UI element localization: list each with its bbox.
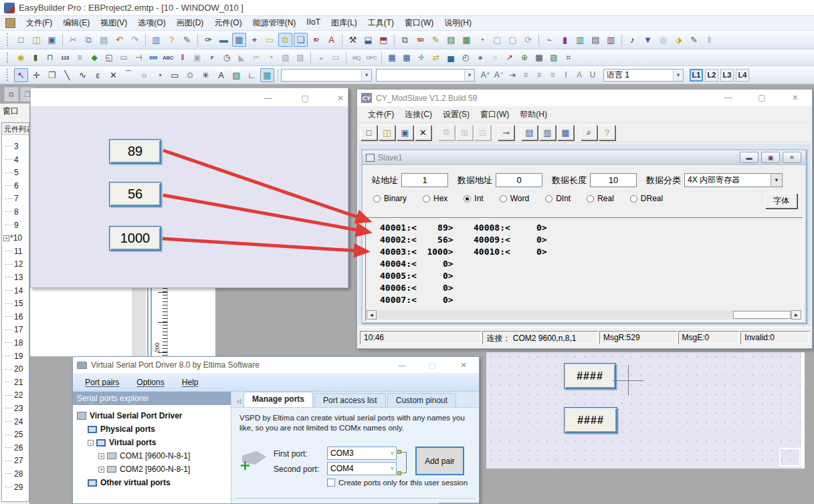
preview-icon[interactable]: ◔	[475, 33, 489, 47]
disconnect-off-icon[interactable]: ⊞	[456, 125, 473, 140]
indent-icon[interactable]: ⇥	[506, 68, 519, 82]
restore-icon[interactable]: ▣	[761, 152, 780, 163]
window-copy-icon[interactable]: ⧉	[4, 87, 19, 102]
display-123-icon[interactable]: ▦	[385, 51, 399, 64]
text-tool-icon[interactable]: A	[214, 68, 228, 82]
data-address-input[interactable]	[496, 173, 542, 187]
close-icon[interactable]: ✕	[453, 360, 474, 370]
window-tree-item-11[interactable]: 11	[2, 247, 29, 257]
modslave-menu-文件(F)[interactable]: 文件(F)	[363, 108, 399, 122]
window-tree-item-10[interactable]: +*10	[2, 233, 29, 243]
station-address-input[interactable]	[401, 173, 448, 187]
window-tree-item-25[interactable]: 25	[2, 430, 29, 440]
traffic-light-icon[interactable]: ▮	[29, 51, 42, 64]
cascade-icon[interactable]: ▤	[521, 125, 538, 140]
duplicate-icon[interactable]: ⧉	[398, 33, 412, 47]
toolbar-grip[interactable]	[7, 69, 9, 81]
tab-scroll-left-icon[interactable]: ◁	[234, 395, 243, 407]
radio-real[interactable]: Real	[587, 194, 614, 203]
language-button-L4[interactable]: L4	[736, 69, 749, 82]
font-attr-icon[interactable]: A	[324, 33, 338, 47]
grid-hash-icon[interactable]: ⌗	[562, 51, 575, 64]
save-icon[interactable]: ▣	[397, 125, 413, 140]
layers-icon[interactable]: ⧉	[278, 33, 292, 47]
radio-word[interactable]: Word	[500, 194, 529, 203]
tab-custom-pinout[interactable]: Custom pinout	[387, 393, 456, 407]
ramp-icon[interactable]: ◣	[235, 51, 248, 64]
hatch2-icon[interactable]: ▨	[294, 51, 307, 64]
circle-icon[interactable]: ○	[488, 51, 502, 64]
language-button-L1[interactable]: L1	[690, 69, 703, 82]
sim-value-display-1000[interactable]: 1000	[109, 226, 161, 251]
redo-icon[interactable]: ↷	[128, 33, 142, 47]
barcode-icon[interactable]: ‖	[176, 51, 189, 64]
help-icon[interactable]: ?	[599, 125, 615, 140]
ruler-icon[interactable]: ▬	[217, 33, 231, 47]
gauge-icon[interactable]: ◒	[314, 51, 328, 64]
radio-hex[interactable]: Hex	[423, 194, 447, 203]
modslave-menu-窗口(W)[interactable]: 窗口(W)	[475, 108, 514, 122]
line-tool-icon[interactable]: ╲	[60, 68, 74, 82]
data-table-icon[interactable]: ▦	[460, 33, 474, 47]
add-pair-button[interactable]: Add pair	[415, 447, 464, 475]
expand-plus-icon[interactable]: +	[3, 235, 9, 241]
cabinet-icon[interactable]: ▥	[604, 33, 618, 47]
window-tree-item-23[interactable]: 23	[2, 404, 29, 414]
upload-hmi-icon[interactable]: ⬒	[377, 33, 391, 47]
second-port-combo[interactable]: COM4˅	[327, 462, 397, 475]
comment-icon[interactable]: ❏	[294, 33, 308, 47]
maximize-icon[interactable]: ▢	[752, 92, 772, 103]
pen-tool-icon[interactable]: ✑	[201, 33, 215, 47]
pie-tool-icon[interactable]: ◔	[152, 68, 167, 82]
font-button[interactable]: 字体	[765, 193, 797, 209]
vspd-menu-help[interactable]: Help	[177, 376, 204, 388]
picture-icon[interactable]: ▨	[547, 51, 561, 64]
tree-item-physical-ports[interactable]: Physical ports	[88, 422, 155, 436]
language-button-L2[interactable]: L2	[705, 69, 718, 82]
scissors2-icon[interactable]: ✂	[249, 51, 263, 64]
panel-icon[interactable]: ▭	[329, 51, 342, 64]
tags-icon[interactable]: ⬗	[672, 33, 686, 47]
find-icon[interactable]: ⌕	[581, 125, 597, 140]
close-icon[interactable]: ✕	[783, 152, 801, 163]
polyline-tool-icon[interactable]: ∿	[76, 68, 90, 82]
corner-tool-icon[interactable]: ∟	[245, 68, 259, 82]
session-checkbox[interactable]	[327, 479, 335, 487]
tree-item-virtual-ports[interactable]: -Virtual ports	[88, 436, 156, 449]
delete-icon[interactable]: ✕	[415, 125, 431, 140]
language-button-L3[interactable]: L3	[720, 69, 734, 82]
edit-macro-icon[interactable]: ✎	[429, 33, 443, 47]
menu-item-说明(H)[interactable]: 说明(H)	[439, 16, 477, 30]
minimize-icon[interactable]: —	[258, 92, 278, 104]
window-tree-item-5[interactable]: 5	[2, 168, 29, 178]
tab-port-access-list[interactable]: Port access list	[314, 393, 386, 407]
new-file-icon[interactable]: □	[14, 33, 28, 47]
first-port-combo[interactable]: COM3˅	[327, 447, 397, 460]
build-icon[interactable]: ⚒	[346, 33, 360, 47]
minimize-icon[interactable]: —	[392, 360, 412, 370]
sim-value-display-89[interactable]: 89	[109, 139, 161, 164]
select-object-icon[interactable]: ◱	[102, 51, 116, 64]
tab-manage-ports[interactable]: Manage ports	[243, 392, 313, 407]
element-id-icon[interactable]: ID	[309, 33, 323, 47]
vspd-menu-options[interactable]: Options	[131, 376, 169, 388]
numeric-display-element-2[interactable]: ####	[564, 407, 617, 433]
menu-item-编辑(E)[interactable]: 编辑(E)	[58, 16, 95, 30]
font-larger-icon[interactable]: A⁺	[479, 68, 492, 82]
language-combo[interactable]: 语言 1▼	[603, 69, 684, 82]
context-help-icon[interactable]: ✎	[180, 33, 194, 47]
scroll-left-icon[interactable]: ◄	[367, 310, 377, 320]
display-hmi-icon[interactable]: ▦	[400, 51, 413, 64]
filter-window-icon[interactable]: ▼	[641, 33, 655, 47]
menu-item-元件(O)[interactable]: 元件(O)	[209, 16, 247, 30]
font-family-combo[interactable]: ▼	[281, 69, 372, 82]
menu-item-选项(O)[interactable]: 选项(O)	[132, 16, 171, 30]
tree-item-virtual-serial-port-driver[interactable]: Virtual Serial Port Driver	[77, 409, 183, 422]
tree-item-other-virtual-ports[interactable]: Other virtual ports	[88, 476, 171, 489]
window-tree-item-3[interactable]: 3	[2, 142, 29, 152]
mqtt-icon[interactable]: MQ	[350, 51, 363, 64]
hatch1-icon[interactable]: ▧	[279, 51, 292, 64]
function-key-icon[interactable]: F	[205, 51, 219, 64]
menu-item-工具(T)[interactable]: 工具(T)	[363, 16, 399, 30]
sim-offline-icon[interactable]: ▢	[490, 33, 504, 47]
